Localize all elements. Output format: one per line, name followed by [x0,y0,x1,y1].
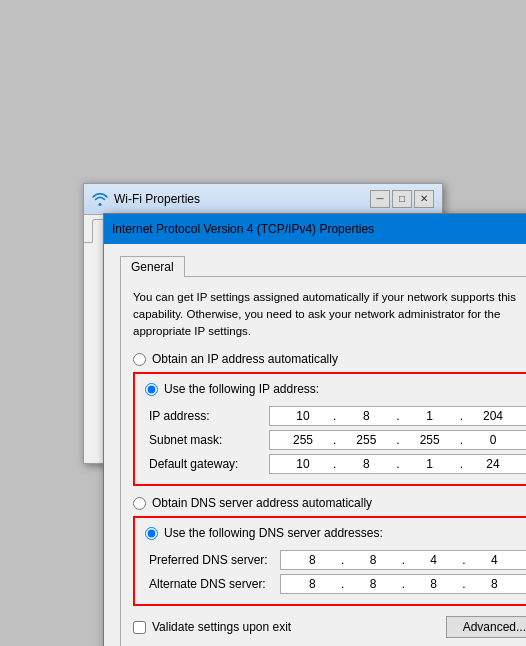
general-tab[interactable]: General [120,256,185,277]
use-following-ip-row: Use the following IP address: [145,382,526,396]
obtain-ip-auto-radio[interactable] [133,353,146,366]
default-gateway-row: Default gateway: 10 . 8 . 1 . 24 [145,452,526,476]
subnet-mask-label: Subnet mask: [145,428,265,452]
use-following-ip-label[interactable]: Use the following IP address: [164,382,319,396]
subnet-mask-field[interactable]: 255 . 255 . 255 . 0 [269,430,526,450]
dns-fields-table: Preferred DNS server: 8 . 8 . 4 . 4 [145,548,526,596]
pdns-d: 4 [467,553,522,567]
close-button[interactable]: ✕ [414,190,434,208]
inner-titlebar: Internet Protocol Version 4 (TCP/IPv4) P… [104,214,526,244]
obtain-ip-auto-row: Obtain an IP address automatically [133,352,526,366]
validate-checkbox[interactable] [133,621,146,634]
ip-b: 8 [337,409,395,423]
use-following-dns-label[interactable]: Use the following DNS server addresses: [164,526,383,540]
maximize-button[interactable]: □ [392,190,412,208]
use-following-dns-row: Use the following DNS server addresses: [145,526,526,540]
validate-label[interactable]: Validate settings upon exit [152,620,291,634]
subnet-d: 0 [464,433,522,447]
use-following-ip-radio[interactable] [145,383,158,396]
ip-address-row: IP address: 10 . 8 . 1 . 204 [145,404,526,428]
adns-c: 8 [406,577,461,591]
wifi-window-title: Wi-Fi Properties [114,192,200,206]
advanced-button[interactable]: Advanced... [446,616,526,638]
adns-d: 8 [467,577,522,591]
subnet-b: 255 [337,433,395,447]
preferred-dns-row: Preferred DNS server: 8 . 8 . 4 . 4 [145,548,526,572]
wifi-titlebar: Wi-Fi Properties ─ □ ✕ [84,184,442,215]
gw-c: 1 [401,457,459,471]
obtain-ip-auto-label[interactable]: Obtain an IP address automatically [152,352,338,366]
validate-row: Validate settings upon exit [133,620,291,634]
adns-a: 8 [285,577,340,591]
bottom-row: Validate settings upon exit Advanced... [133,616,526,638]
ip-address-field[interactable]: 10 . 8 . 1 . 204 [269,406,526,426]
ip-address-section: Use the following IP address: IP address… [133,372,526,486]
alternate-dns-row: Alternate DNS server: 8 . 8 . 8 . 8 [145,572,526,596]
ip-address-label: IP address: [145,404,265,428]
preferred-dns-field[interactable]: 8 . 8 . 4 . 4 [280,550,526,570]
subnet-a: 255 [274,433,332,447]
minimize-button[interactable]: ─ [370,190,390,208]
subnet-mask-row: Subnet mask: 255 . 255 . 255 . 0 [145,428,526,452]
wifi-icon [92,191,108,207]
alternate-dns-label: Alternate DNS server: [145,572,276,596]
obtain-dns-auto-label[interactable]: Obtain DNS server address automatically [152,496,372,510]
alternate-dns-field[interactable]: 8 . 8 . 8 . 8 [280,574,526,594]
pdns-c: 4 [406,553,461,567]
dns-address-section: Use the following DNS server addresses: … [133,516,526,606]
pdns-a: 8 [285,553,340,567]
default-gateway-label: Default gateway: [145,452,265,476]
gw-b: 8 [337,457,395,471]
ip-fields-table: IP address: 10 . 8 . 1 . 204 [145,404,526,476]
ip-a: 10 [274,409,332,423]
description-text: You can get IP settings assigned automat… [133,289,526,341]
gw-a: 10 [274,457,332,471]
ip-d: 204 [464,409,522,423]
pdns-b: 8 [345,553,400,567]
adns-b: 8 [345,577,400,591]
obtain-dns-auto-radio[interactable] [133,497,146,510]
inner-tab-content: You can get IP settings assigned automat… [120,276,526,647]
subnet-c: 255 [401,433,459,447]
preferred-dns-label: Preferred DNS server: [145,548,276,572]
use-following-dns-radio[interactable] [145,527,158,540]
ip-c: 1 [401,409,459,423]
tcp-ipv4-dialog: Internet Protocol Version 4 (TCP/IPv4) P… [103,213,526,647]
inner-dialog-title: Internet Protocol Version 4 (TCP/IPv4) P… [112,222,374,236]
obtain-dns-auto-row: Obtain DNS server address automatically [133,496,526,510]
gw-d: 24 [464,457,522,471]
default-gateway-field[interactable]: 10 . 8 . 1 . 24 [269,454,526,474]
